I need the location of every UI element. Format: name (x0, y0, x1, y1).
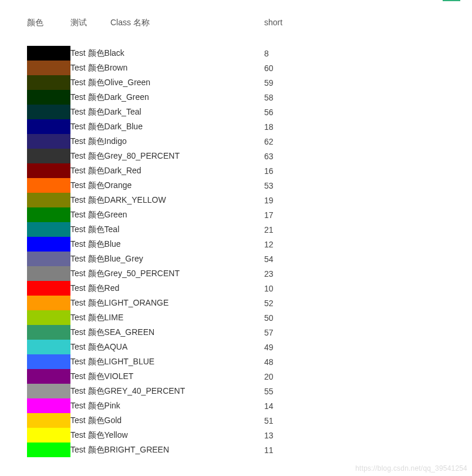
color-swatch (27, 325, 70, 340)
color-swatch (27, 413, 70, 428)
row-short: 58 (264, 93, 274, 102)
row-short: 20 (264, 372, 274, 381)
table-row: Test 颜色GREY_40_PERCENT55 (27, 384, 472, 398)
table-row: Test 颜色LIME50 (27, 310, 472, 325)
table-header: 颜色 测试 Class 名称 short (27, 18, 472, 28)
row-label: Test 颜色Blue_Grey (70, 254, 264, 264)
color-swatch (27, 237, 70, 252)
color-swatch (27, 149, 70, 163)
table-row: Test 颜色Teal21 (27, 222, 472, 237)
row-label: Test 颜色Grey_50_PERCENT (70, 269, 264, 279)
row-label: Test 颜色Red (70, 283, 264, 294)
row-short: 54 (264, 254, 274, 264)
watermark-text: https://blog.csdn.net/qq_39541254 (355, 464, 467, 472)
top-accent-bar (443, 0, 460, 1)
table-row: Test 颜色Gold51 (27, 413, 472, 428)
table-row: Test 颜色Grey_80_PERCENT63 (27, 149, 472, 163)
row-label: Test 颜色Dark_Red (70, 166, 264, 176)
table-row: Test 颜色SEA_GREEN57 (27, 325, 472, 340)
row-short: 16 (264, 166, 274, 176)
row-short: 13 (264, 431, 274, 440)
color-swatch (27, 428, 70, 443)
row-short: 12 (264, 240, 274, 249)
header-test: 测试 (70, 18, 110, 28)
header-short: short (264, 18, 282, 28)
color-swatch (27, 90, 70, 105)
color-swatch (27, 75, 70, 90)
row-label: Test 颜色Brown (70, 63, 264, 73)
row-short: 8 (264, 49, 269, 58)
color-swatch (27, 310, 70, 325)
table-row: Test 颜色Orange53 (27, 178, 472, 193)
color-swatch (27, 266, 70, 281)
row-short: 10 (264, 284, 274, 293)
color-swatch (27, 134, 70, 149)
table-row: Test 颜色VIOLET20 (27, 369, 472, 384)
table-row: Test 颜色Black8 (27, 46, 472, 61)
row-short: 23 (264, 269, 274, 279)
color-swatch (27, 207, 70, 222)
color-swatch (27, 443, 70, 457)
color-swatch (27, 398, 70, 413)
color-swatch (27, 384, 70, 398)
row-label: Test 颜色Olive_Green (70, 78, 264, 88)
row-short: 59 (264, 78, 274, 88)
row-short: 52 (264, 299, 274, 308)
color-swatch (27, 354, 70, 369)
color-swatch (27, 340, 70, 354)
header-color: 颜色 (27, 18, 70, 28)
table-row: Test 颜色DARK_YELLOW19 (27, 193, 472, 207)
table-row: Test 颜色AQUA49 (27, 340, 472, 354)
row-short: 19 (264, 196, 274, 205)
row-label: Test 颜色AQUA (70, 342, 264, 353)
row-short: 17 (264, 210, 274, 220)
row-short: 62 (264, 137, 274, 146)
table-row: Test 颜色Yellow13 (27, 428, 472, 443)
row-label: Test 颜色GREY_40_PERCENT (70, 386, 264, 397)
row-label: Test 颜色Orange (70, 180, 264, 191)
row-short: 57 (264, 328, 274, 337)
table-body: Test 颜色Black8Test 颜色Brown60Test 颜色Olive_… (27, 46, 472, 457)
table-row: Test 颜色Pink14 (27, 398, 472, 413)
row-label: Test 颜色DARK_YELLOW (70, 195, 264, 206)
row-short: 51 (264, 416, 274, 425)
row-label: Test 颜色Dark_Green (70, 92, 264, 103)
row-label: Test 颜色Pink (70, 401, 264, 411)
row-short: 48 (264, 357, 274, 367)
row-label: Test 颜色Teal (70, 224, 264, 235)
row-label: Test 颜色VIOLET (70, 371, 264, 382)
table-row: Test 颜色Olive_Green59 (27, 75, 472, 90)
row-label: Test 颜色Gold (70, 415, 264, 426)
row-short: 53 (264, 181, 274, 190)
table-row: Test 颜色Dark_Blue18 (27, 119, 472, 134)
table-row: Test 颜色Dark_Teal56 (27, 105, 472, 119)
table-row: Test 颜色LIGHT_BLUE48 (27, 354, 472, 369)
row-short: 18 (264, 122, 274, 132)
row-label: Test 颜色Dark_Teal (70, 107, 264, 118)
row-label: Test 颜色Green (70, 210, 264, 220)
row-short: 55 (264, 387, 274, 396)
row-short: 14 (264, 401, 274, 411)
row-short: 50 (264, 313, 274, 323)
row-short: 11 (264, 445, 274, 455)
table-row: Test 颜色BRIGHT_GREEN11 (27, 443, 472, 457)
color-swatch (27, 105, 70, 119)
row-label: Test 颜色Blue (70, 239, 264, 250)
table-row: Test 颜色Green17 (27, 207, 472, 222)
table-row: Test 颜色LIGHT_ORANGE52 (27, 296, 472, 310)
color-swatch (27, 61, 70, 75)
table-row: Test 颜色Red10 (27, 281, 472, 296)
row-label: Test 颜色LIGHT_BLUE (70, 357, 264, 367)
row-label: Test 颜色LIME (70, 313, 264, 323)
table-row: Test 颜色Indigo62 (27, 134, 472, 149)
table-row: Test 颜色Brown60 (27, 61, 472, 75)
row-label: Test 颜色Yellow (70, 430, 264, 441)
row-label: Test 颜色Grey_80_PERCENT (70, 151, 264, 162)
row-label: Test 颜色BRIGHT_GREEN (70, 445, 264, 455)
row-short: 63 (264, 152, 274, 161)
row-label: Test 颜色Dark_Blue (70, 122, 264, 132)
row-short: 21 (264, 225, 274, 234)
table-row: Test 颜色Blue12 (27, 237, 472, 252)
color-swatch (27, 163, 70, 178)
color-swatch (27, 296, 70, 310)
